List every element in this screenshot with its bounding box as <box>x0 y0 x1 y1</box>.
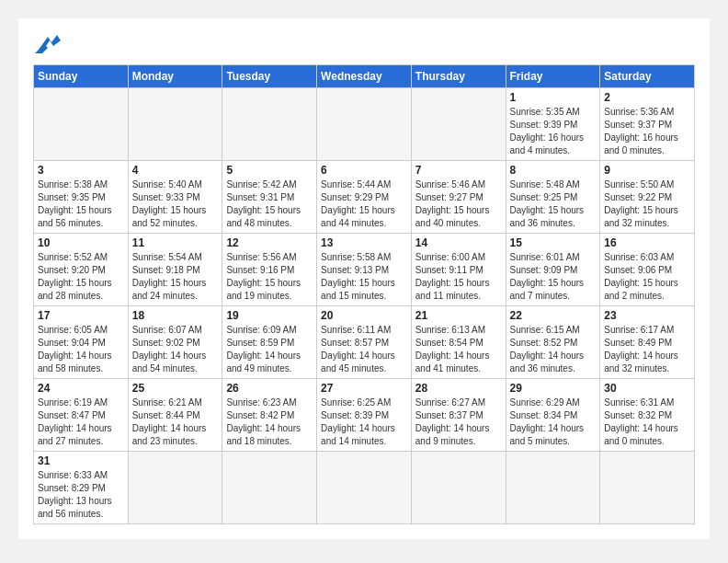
calendar: SundayMondayTuesdayWednesdayThursdayFrid… <box>33 64 695 524</box>
day-info: Sunrise: 6:17 AM Sunset: 8:49 PM Dayligh… <box>604 324 690 375</box>
calendar-cell: 9Sunrise: 5:50 AM Sunset: 9:22 PM Daylig… <box>600 161 695 234</box>
day-info: Sunrise: 5:50 AM Sunset: 9:22 PM Dayligh… <box>604 178 690 230</box>
day-info: Sunrise: 5:40 AM Sunset: 9:33 PM Dayligh… <box>132 178 219 230</box>
day-number: 13 <box>321 236 407 249</box>
calendar-cell <box>128 452 222 524</box>
calendar-cell: 29Sunrise: 6:29 AM Sunset: 8:34 PM Dayli… <box>506 379 600 452</box>
calendar-cell: 23Sunrise: 6:17 AM Sunset: 8:49 PM Dayli… <box>600 306 695 379</box>
day-info: Sunrise: 5:48 AM Sunset: 9:25 PM Dayligh… <box>510 178 597 230</box>
day-number: 25 <box>132 382 219 395</box>
day-info: Sunrise: 6:19 AM Sunset: 8:47 PM Dayligh… <box>38 396 124 448</box>
day-info: Sunrise: 5:44 AM Sunset: 9:29 PM Dayligh… <box>321 178 407 230</box>
day-number: 9 <box>604 164 690 177</box>
calendar-cell: 30Sunrise: 6:31 AM Sunset: 8:32 PM Dayli… <box>600 379 695 452</box>
weekday-row: SundayMondayTuesdayWednesdayThursdayFrid… <box>34 65 695 88</box>
day-number: 7 <box>415 164 502 177</box>
calendar-cell <box>317 88 412 161</box>
day-number: 17 <box>38 309 124 322</box>
calendar-body: 1Sunrise: 5:35 AM Sunset: 9:39 PM Daylig… <box>34 88 695 524</box>
calendar-cell: 15Sunrise: 6:01 AM Sunset: 9:09 PM Dayli… <box>506 234 600 306</box>
weekday-header-monday: Monday <box>128 65 222 88</box>
week-row-2: 10Sunrise: 5:52 AM Sunset: 9:20 PM Dayli… <box>34 234 695 306</box>
day-info: Sunrise: 6:15 AM Sunset: 8:52 PM Dayligh… <box>510 324 597 375</box>
calendar-cell: 27Sunrise: 6:25 AM Sunset: 8:39 PM Dayli… <box>317 379 412 452</box>
calendar-cell: 12Sunrise: 5:56 AM Sunset: 9:16 PM Dayli… <box>222 234 317 306</box>
week-row-0: 1Sunrise: 5:35 AM Sunset: 9:39 PM Daylig… <box>34 88 695 161</box>
day-number: 15 <box>510 236 597 249</box>
day-info: Sunrise: 6:29 AM Sunset: 8:34 PM Dayligh… <box>510 396 597 448</box>
day-number: 1 <box>510 91 597 104</box>
week-row-1: 3Sunrise: 5:38 AM Sunset: 9:35 PM Daylig… <box>34 161 695 234</box>
day-number: 8 <box>510 164 597 177</box>
day-number: 18 <box>132 309 219 322</box>
day-info: Sunrise: 6:31 AM Sunset: 8:32 PM Dayligh… <box>604 396 690 448</box>
calendar-cell: 19Sunrise: 6:09 AM Sunset: 8:59 PM Dayli… <box>222 306 317 379</box>
day-number: 31 <box>38 454 124 467</box>
day-number: 30 <box>604 382 690 395</box>
calendar-cell: 28Sunrise: 6:27 AM Sunset: 8:37 PM Dayli… <box>411 379 506 452</box>
day-number: 12 <box>226 236 313 249</box>
week-row-5: 31Sunrise: 6:33 AM Sunset: 8:29 PM Dayli… <box>34 452 695 524</box>
day-number: 16 <box>604 236 690 249</box>
day-info: Sunrise: 6:13 AM Sunset: 8:54 PM Dayligh… <box>415 324 502 375</box>
page: SundayMondayTuesdayWednesdayThursdayFrid… <box>18 18 710 539</box>
header <box>33 33 695 53</box>
day-info: Sunrise: 5:54 AM Sunset: 9:18 PM Dayligh… <box>132 251 219 303</box>
day-number: 2 <box>604 91 690 104</box>
day-number: 6 <box>321 164 407 177</box>
calendar-cell: 31Sunrise: 6:33 AM Sunset: 8:29 PM Dayli… <box>34 452 129 524</box>
day-number: 24 <box>38 382 124 395</box>
calendar-cell: 14Sunrise: 6:00 AM Sunset: 9:11 PM Dayli… <box>411 234 506 306</box>
day-info: Sunrise: 5:42 AM Sunset: 9:31 PM Dayligh… <box>226 178 313 230</box>
day-number: 22 <box>510 309 597 322</box>
day-number: 21 <box>415 309 502 322</box>
day-info: Sunrise: 6:00 AM Sunset: 9:11 PM Dayligh… <box>415 251 502 303</box>
weekday-header-saturday: Saturday <box>600 65 695 88</box>
logo-bird-icon <box>35 33 61 53</box>
logo <box>33 33 61 53</box>
day-number: 20 <box>321 309 407 322</box>
calendar-cell <box>222 88 317 161</box>
day-number: 23 <box>604 309 690 322</box>
logo-text <box>33 33 61 53</box>
day-number: 14 <box>415 236 502 249</box>
day-number: 27 <box>321 382 407 395</box>
week-row-3: 17Sunrise: 6:05 AM Sunset: 9:04 PM Dayli… <box>34 306 695 379</box>
day-info: Sunrise: 6:01 AM Sunset: 9:09 PM Dayligh… <box>510 251 597 303</box>
day-number: 10 <box>38 236 124 249</box>
day-info: Sunrise: 6:25 AM Sunset: 8:39 PM Dayligh… <box>321 396 407 448</box>
calendar-cell: 16Sunrise: 6:03 AM Sunset: 9:06 PM Dayli… <box>600 234 695 306</box>
calendar-cell <box>222 452 317 524</box>
day-info: Sunrise: 5:38 AM Sunset: 9:35 PM Dayligh… <box>38 178 124 230</box>
weekday-header-wednesday: Wednesday <box>317 65 412 88</box>
calendar-cell: 8Sunrise: 5:48 AM Sunset: 9:25 PM Daylig… <box>506 161 600 234</box>
day-info: Sunrise: 5:36 AM Sunset: 9:37 PM Dayligh… <box>604 106 690 157</box>
calendar-cell <box>128 88 222 161</box>
calendar-cell: 18Sunrise: 6:07 AM Sunset: 9:02 PM Dayli… <box>128 306 222 379</box>
week-row-4: 24Sunrise: 6:19 AM Sunset: 8:47 PM Dayli… <box>34 379 695 452</box>
calendar-cell: 21Sunrise: 6:13 AM Sunset: 8:54 PM Dayli… <box>411 306 506 379</box>
day-info: Sunrise: 6:33 AM Sunset: 8:29 PM Dayligh… <box>38 469 124 521</box>
calendar-cell <box>34 88 129 161</box>
calendar-cell: 3Sunrise: 5:38 AM Sunset: 9:35 PM Daylig… <box>34 161 129 234</box>
day-info: Sunrise: 6:27 AM Sunset: 8:37 PM Dayligh… <box>415 396 502 448</box>
calendar-cell: 7Sunrise: 5:46 AM Sunset: 9:27 PM Daylig… <box>411 161 506 234</box>
day-info: Sunrise: 6:23 AM Sunset: 8:42 PM Dayligh… <box>226 396 313 448</box>
weekday-header-friday: Friday <box>506 65 600 88</box>
calendar-cell: 10Sunrise: 5:52 AM Sunset: 9:20 PM Dayli… <box>34 234 129 306</box>
calendar-cell: 24Sunrise: 6:19 AM Sunset: 8:47 PM Dayli… <box>34 379 129 452</box>
calendar-cell: 5Sunrise: 5:42 AM Sunset: 9:31 PM Daylig… <box>222 161 317 234</box>
calendar-cell: 6Sunrise: 5:44 AM Sunset: 9:29 PM Daylig… <box>317 161 412 234</box>
day-info: Sunrise: 5:58 AM Sunset: 9:13 PM Dayligh… <box>321 251 407 303</box>
calendar-cell <box>600 452 695 524</box>
day-info: Sunrise: 6:05 AM Sunset: 9:04 PM Dayligh… <box>38 324 124 375</box>
day-number: 26 <box>226 382 313 395</box>
calendar-cell: 26Sunrise: 6:23 AM Sunset: 8:42 PM Dayli… <box>222 379 317 452</box>
day-info: Sunrise: 6:09 AM Sunset: 8:59 PM Dayligh… <box>226 324 313 375</box>
calendar-cell: 20Sunrise: 6:11 AM Sunset: 8:57 PM Dayli… <box>317 306 412 379</box>
calendar-cell: 25Sunrise: 6:21 AM Sunset: 8:44 PM Dayli… <box>128 379 222 452</box>
day-number: 5 <box>226 164 313 177</box>
calendar-cell: 11Sunrise: 5:54 AM Sunset: 9:18 PM Dayli… <box>128 234 222 306</box>
calendar-cell: 22Sunrise: 6:15 AM Sunset: 8:52 PM Dayli… <box>506 306 600 379</box>
day-info: Sunrise: 5:52 AM Sunset: 9:20 PM Dayligh… <box>38 251 124 303</box>
